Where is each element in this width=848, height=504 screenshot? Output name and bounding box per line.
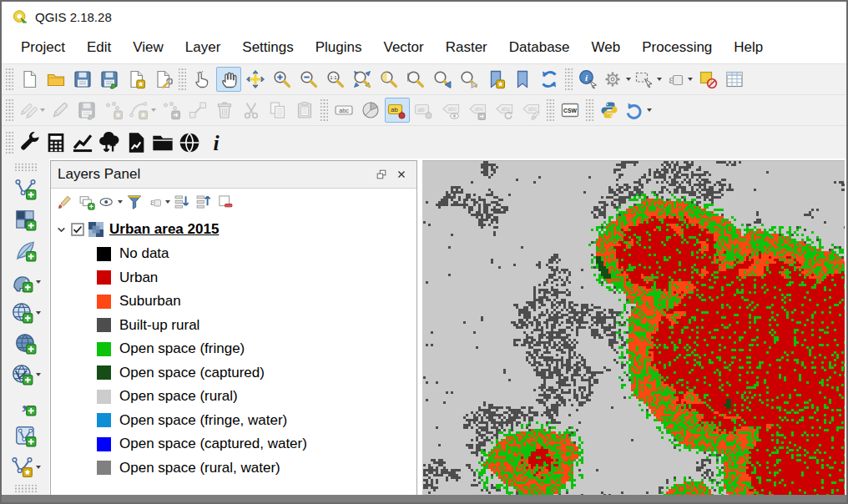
show-hide-labels-button[interactable]: abc xyxy=(438,98,463,123)
open-attribute-table-button[interactable] xyxy=(722,67,747,92)
new-bookmark-button[interactable] xyxy=(483,67,508,92)
plugin-report-button[interactable] xyxy=(124,130,149,155)
pan-map-button[interactable] xyxy=(216,67,241,92)
zoom-in-button[interactable] xyxy=(270,67,295,92)
plugin-settings-button[interactable] xyxy=(17,130,42,155)
menu-settings[interactable]: Settings xyxy=(231,34,304,61)
zoom-native-button[interactable]: 1:1 xyxy=(323,67,348,92)
new-shapefile-layer-button[interactable] xyxy=(10,453,42,481)
manage-visibility-button[interactable] xyxy=(98,191,124,213)
refresh-button[interactable] xyxy=(537,67,562,92)
zoom-out-button[interactable] xyxy=(296,67,321,92)
plugin-folder-button[interactable] xyxy=(150,130,175,155)
select-features-button[interactable] xyxy=(633,67,663,92)
paste-features-button[interactable] xyxy=(292,98,317,123)
expander-icon[interactable] xyxy=(56,224,67,235)
toggle-editing-button[interactable] xyxy=(48,98,73,123)
legend-item[interactable]: Suburban xyxy=(51,290,416,314)
save-project-as-button[interactable] xyxy=(97,67,122,92)
legend-item[interactable]: Built-up rural xyxy=(51,314,416,338)
layer-labeling-options-button[interactable]: ab xyxy=(385,98,410,123)
current-edits-button[interactable] xyxy=(17,98,46,123)
remove-layer-button[interactable] xyxy=(215,191,236,213)
add-delimited-text-layer-button[interactable]: , xyxy=(13,391,38,419)
composer-manager-button[interactable] xyxy=(150,67,175,92)
plugin-chart-button[interactable] xyxy=(70,130,95,155)
undo-redo-button[interactable] xyxy=(623,98,653,123)
legend-item[interactable]: Urban xyxy=(51,266,416,290)
menu-layer[interactable]: Layer xyxy=(174,34,232,61)
add-wfs-layer-button[interactable] xyxy=(10,360,42,388)
new-print-composer-button[interactable] xyxy=(124,67,149,92)
filter-legend-button[interactable] xyxy=(124,191,145,213)
menu-view[interactable]: View xyxy=(122,34,174,61)
rotate-label-button[interactable]: abc xyxy=(492,98,517,123)
plugin-about-button[interactable]: i xyxy=(204,130,229,155)
add-postgis-layer-button[interactable] xyxy=(10,268,42,295)
move-label-button[interactable]: abc xyxy=(465,98,490,123)
select-by-expression-button[interactable]: ε xyxy=(664,67,694,92)
new-project-button[interactable] xyxy=(17,67,42,92)
zoom-last-button[interactable] xyxy=(430,67,455,92)
menu-help[interactable]: Help xyxy=(723,34,774,61)
legend-item[interactable]: Open space (captured) xyxy=(51,361,416,386)
diagram-options-button[interactable] xyxy=(358,98,383,123)
map-canvas[interactable] xyxy=(423,161,845,498)
add-spatialite-layer-button[interactable] xyxy=(13,237,38,265)
touch-zoom-and-pan-button[interactable] xyxy=(189,67,215,92)
menu-vector[interactable]: Vector xyxy=(373,34,435,61)
plugin-calculator-button[interactable] xyxy=(43,130,68,155)
metasearch-csw-button[interactable]: CSW xyxy=(558,98,583,123)
zoom-next-button[interactable] xyxy=(457,67,482,92)
zoom-full-button[interactable] xyxy=(350,67,375,92)
menu-plugins[interactable]: Plugins xyxy=(305,34,373,61)
menu-processing[interactable]: Processing xyxy=(631,34,723,61)
layer-name[interactable]: Urban area 2015 xyxy=(109,221,219,238)
open-project-button[interactable] xyxy=(43,67,68,92)
legend-item[interactable]: Open space (fringe) xyxy=(51,337,416,361)
show-bookmarks-button[interactable] xyxy=(510,67,535,92)
add-raster-layer-button[interactable] xyxy=(13,206,38,234)
python-console-button[interactable] xyxy=(597,98,622,123)
add-group-button[interactable] xyxy=(76,191,98,213)
save-layer-edits-button[interactable] xyxy=(74,98,99,123)
legend-item[interactable]: Open space (rural, water) xyxy=(51,456,416,481)
float-panel-button[interactable] xyxy=(373,166,390,183)
legend-item[interactable]: Open space (fringe, water) xyxy=(51,409,416,433)
expand-all-button[interactable] xyxy=(171,191,193,213)
collapse-all-button[interactable] xyxy=(193,191,215,213)
menu-database[interactable]: Database xyxy=(498,34,581,61)
add-feature-button[interactable] xyxy=(101,98,126,123)
zoom-to-layer-button[interactable] xyxy=(403,67,428,92)
delete-selected-button[interactable] xyxy=(212,98,237,123)
identify-features-button[interactable]: i xyxy=(576,67,601,92)
add-wcs-layer-button[interactable] xyxy=(13,330,38,357)
add-wms-layer-button[interactable] xyxy=(10,299,42,326)
legend-item[interactable]: Open space (rural) xyxy=(51,385,416,409)
close-panel-button[interactable] xyxy=(393,166,410,183)
zoom-to-selection-button[interactable] xyxy=(376,67,401,92)
filter-by-expression-button[interactable]: ε xyxy=(145,191,171,213)
plugin-download-button[interactable] xyxy=(97,130,122,155)
node-tool-button[interactable] xyxy=(185,98,210,123)
open-layer-styling-button[interactable] xyxy=(54,191,76,213)
new-virtual-layer-button[interactable] xyxy=(13,422,38,450)
layer-checkbox[interactable] xyxy=(71,223,84,236)
cut-features-button[interactable] xyxy=(239,98,264,123)
run-feature-action-button[interactable] xyxy=(603,67,632,92)
label-options-button[interactable]: abc xyxy=(331,98,356,123)
layer-row[interactable]: Urban area 2015 xyxy=(51,217,416,242)
change-label-button[interactable]: abc xyxy=(518,98,543,123)
add-vector-layer-button[interactable] xyxy=(13,175,38,203)
legend-item[interactable]: No data xyxy=(51,242,416,266)
menu-project[interactable]: Project xyxy=(10,34,76,61)
menu-edit[interactable]: Edit xyxy=(76,34,122,61)
plugin-globe-button[interactable] xyxy=(177,130,202,155)
menu-web[interactable]: Web xyxy=(581,34,632,61)
pan-map-to-selection-button[interactable] xyxy=(243,67,268,92)
save-project-button[interactable] xyxy=(70,67,95,92)
layer-diagram-options-button[interactable]: ab xyxy=(411,98,437,123)
deselect-all-button[interactable] xyxy=(695,67,720,92)
legend-item[interactable]: Open space (captured, water) xyxy=(51,432,416,456)
add-circular-string-button[interactable] xyxy=(128,98,157,123)
